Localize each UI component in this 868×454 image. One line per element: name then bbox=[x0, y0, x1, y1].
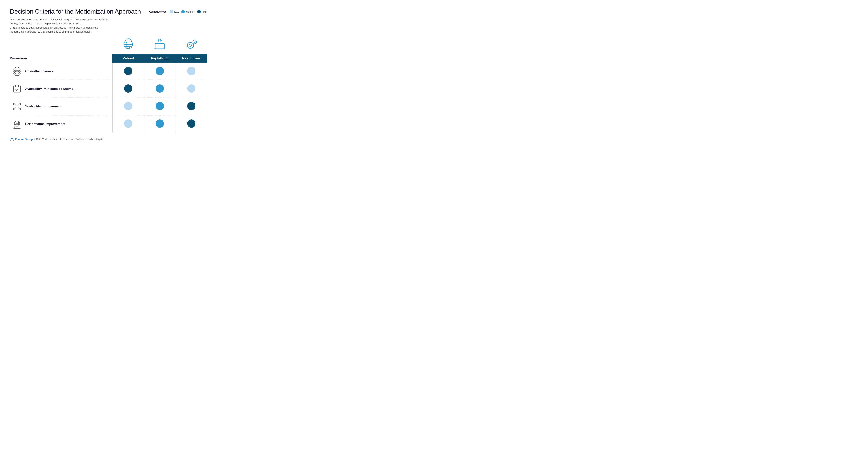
performance-icon bbox=[12, 119, 22, 129]
svg-point-10 bbox=[159, 40, 160, 41]
svg-point-20 bbox=[189, 44, 191, 46]
svg-line-56 bbox=[18, 103, 20, 106]
everest-logo: Everest Group® bbox=[10, 137, 35, 141]
dot-avail-replatform bbox=[144, 80, 176, 98]
icon-cell-empty bbox=[10, 38, 113, 54]
legend-text-medium: Medium bbox=[186, 10, 195, 13]
dimension-cell-performance: Performance improvement bbox=[10, 115, 113, 133]
dot-avail-replatform-circle bbox=[156, 85, 164, 93]
legend-circle-low bbox=[169, 10, 173, 13]
replatform-header: Replatform bbox=[144, 54, 176, 63]
icon-cell-rehost bbox=[113, 38, 144, 54]
dot-avail-reengineer bbox=[176, 80, 207, 98]
icon-cell-replatform bbox=[144, 38, 176, 54]
table-row: Cost-effectiveness bbox=[10, 63, 207, 80]
footer: Everest Group® Data Modernization – the … bbox=[10, 137, 207, 141]
scalability-label: Scalability improvement bbox=[25, 105, 62, 108]
dot-perf-reengineer bbox=[176, 115, 207, 133]
rehost-icon bbox=[121, 38, 135, 52]
desc-line1: Data modernization is a series of initia… bbox=[10, 18, 108, 21]
svg-line-15 bbox=[159, 39, 159, 40]
everest-brand-name: Everest Group bbox=[15, 138, 33, 141]
dot-cost-reengineer bbox=[176, 63, 207, 80]
dot-scale-reengineer-circle bbox=[187, 102, 195, 110]
reengineer-header: Reengineer bbox=[176, 54, 207, 63]
dot-scale-reengineer bbox=[176, 98, 207, 115]
table-row: Availability (minimum downtime) bbox=[10, 80, 207, 98]
scalability-icon bbox=[12, 101, 22, 111]
availability-label: Availability (minimum downtime) bbox=[25, 87, 74, 91]
dot-perf-rehost-circle bbox=[124, 120, 132, 128]
svg-line-17 bbox=[161, 39, 161, 40]
dot-cost-replatform-circle bbox=[156, 67, 164, 75]
dimension-cell-availability: Availability (minimum downtime) bbox=[10, 80, 113, 98]
cost-effectiveness-label: Cost-effectiveness bbox=[25, 70, 53, 73]
dimension-cell-scalability-inner: Scalability improvement bbox=[12, 101, 111, 111]
dimension-cell-cost: Cost-effectiveness bbox=[10, 63, 113, 80]
legend-text-high: High bbox=[202, 10, 207, 13]
dot-cost-rehost bbox=[113, 63, 144, 80]
legend-item-high: High bbox=[197, 10, 207, 13]
attractiveness-legend: Attractiveness Low Medium High bbox=[149, 8, 207, 13]
dot-scale-replatform bbox=[144, 98, 176, 115]
svg-rect-68 bbox=[17, 123, 18, 125]
svg-line-63 bbox=[15, 122, 15, 122]
header-row: Dimension Rehost Replatform Reengineer bbox=[10, 54, 207, 63]
header-section: Decision Criteria for the Modernization … bbox=[10, 8, 207, 34]
cost-effectiveness-icon bbox=[12, 66, 22, 76]
dot-perf-reengineer-circle bbox=[187, 120, 195, 128]
dot-scale-replatform-circle bbox=[156, 102, 164, 110]
svg-line-65 bbox=[19, 122, 19, 122]
dot-perf-replatform bbox=[144, 115, 176, 133]
dot-avail-reengineer-circle bbox=[187, 85, 195, 93]
legend-circle-medium bbox=[181, 10, 185, 13]
legend-circle-high bbox=[197, 10, 201, 13]
svg-line-64 bbox=[19, 125, 19, 126]
svg-line-55 bbox=[18, 107, 20, 110]
svg-line-18 bbox=[159, 42, 159, 42]
dot-cost-rehost-circle bbox=[124, 67, 132, 75]
table-row: Scalability improvement bbox=[10, 98, 207, 115]
dot-cost-replatform bbox=[144, 63, 176, 80]
performance-label: Performance improvement bbox=[25, 122, 65, 126]
everest-chevron-icon bbox=[10, 137, 14, 141]
desc-line3-rest: is core to data modernization initiative… bbox=[17, 26, 98, 29]
desc-line2: quality, relevance, and use to help driv… bbox=[10, 22, 82, 25]
dimension-cell-performance-inner: Performance improvement bbox=[12, 119, 111, 129]
availability-icon bbox=[12, 84, 22, 94]
svg-point-30 bbox=[194, 41, 195, 42]
svg-line-54 bbox=[13, 103, 16, 106]
page-title: Decision Criteria for the Modernization … bbox=[10, 8, 149, 15]
svg-line-66 bbox=[15, 125, 15, 126]
svg-rect-6 bbox=[155, 43, 164, 49]
dot-perf-rehost bbox=[113, 115, 144, 133]
legend-item-low: Low bbox=[169, 10, 179, 13]
replatform-icon bbox=[153, 38, 167, 52]
header-left: Decision Criteria for the Modernization … bbox=[10, 8, 149, 34]
svg-rect-50 bbox=[13, 86, 21, 93]
rehost-header: Rehost bbox=[113, 54, 144, 63]
legend-text-low: Low bbox=[174, 10, 179, 13]
icon-row bbox=[10, 38, 207, 54]
icon-cell-reengineer bbox=[176, 38, 207, 54]
dot-scale-rehost-circle bbox=[124, 102, 132, 110]
reengineer-icon bbox=[184, 38, 198, 52]
desc-cloud-bold: Cloud bbox=[10, 26, 17, 29]
dimension-cell-availability-inner: Availability (minimum downtime) bbox=[12, 84, 111, 94]
svg-line-57 bbox=[13, 107, 16, 110]
main-table: Dimension Rehost Replatform Reengineer bbox=[10, 38, 207, 133]
footer-text: Data Modernization – the Backbone of a F… bbox=[36, 138, 104, 140]
legend-label: Attractiveness bbox=[149, 10, 167, 13]
legend-item-medium: Medium bbox=[181, 10, 195, 13]
dot-perf-replatform-circle bbox=[156, 120, 164, 128]
dimension-cell-scalability: Scalability improvement bbox=[10, 98, 113, 115]
table-row: Performance improvement bbox=[10, 115, 207, 133]
svg-rect-69 bbox=[18, 122, 19, 125]
svg-line-16 bbox=[161, 42, 161, 42]
svg-rect-67 bbox=[16, 124, 16, 125]
dot-avail-rehost-circle bbox=[124, 85, 132, 93]
dot-avail-rehost bbox=[113, 80, 144, 98]
everest-reg-symbol: ® bbox=[34, 138, 35, 140]
dimension-cell-cost-inner: Cost-effectiveness bbox=[12, 66, 111, 76]
dot-scale-rehost bbox=[113, 98, 144, 115]
